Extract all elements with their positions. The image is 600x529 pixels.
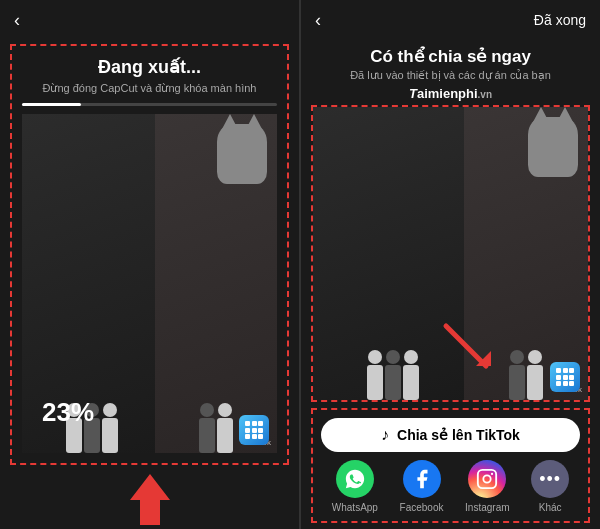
body (527, 365, 543, 400)
whatsapp-label: WhatsApp (332, 502, 378, 513)
head (218, 403, 232, 417)
more-dots: ••• (539, 469, 561, 490)
grid-dot (569, 375, 574, 380)
whatsapp-svg (344, 468, 366, 490)
grid-dot (556, 381, 561, 386)
body (217, 418, 233, 453)
done-label: Đã xong (534, 12, 586, 28)
grid-dot (258, 434, 263, 439)
person-5 (217, 403, 233, 453)
share-grid-icon-button[interactable] (550, 362, 580, 392)
right-screen: ‹ Đã xong Có thể chia sẻ ngay Đã lưu vào… (301, 0, 600, 529)
red-arrow-diagonal-container (441, 321, 496, 380)
head (386, 350, 400, 364)
svg-marker-0 (130, 474, 170, 525)
share-actions-box: ♪ Chia sẻ lên TikTok WhatsApp Face (311, 408, 590, 523)
progress-bar-fill (22, 103, 81, 106)
svg-line-2 (446, 326, 486, 366)
instagram-icon (468, 460, 506, 498)
body (385, 365, 401, 400)
cat-shape (217, 124, 267, 184)
share-grid-icon (556, 368, 574, 386)
grid-dot (563, 381, 568, 386)
watermark-t: T (409, 86, 417, 101)
facebook-svg (411, 468, 433, 490)
body (367, 365, 383, 400)
cat-ear-left (222, 114, 238, 129)
instagram-svg (476, 468, 498, 490)
body (102, 418, 118, 453)
grid-dot (563, 375, 568, 380)
person-4 (199, 403, 215, 453)
share-person-2 (385, 350, 401, 400)
svg-rect-4 (478, 470, 496, 488)
instagram-item[interactable]: Instagram (465, 460, 509, 513)
grid-dot (245, 434, 250, 439)
cat-ear-left (533, 107, 549, 122)
red-arrow-diagonal (441, 321, 496, 376)
grid-icon (245, 421, 263, 439)
grid-icon-button[interactable] (239, 415, 269, 445)
grid-dot (556, 375, 561, 380)
head (510, 350, 524, 364)
grid-dot (258, 421, 263, 426)
grid-dot (245, 428, 250, 433)
right-back-button[interactable]: ‹ (315, 10, 321, 31)
cat-ear-right (557, 107, 573, 122)
grid-dot (252, 428, 257, 433)
more-item[interactable]: ••• Khác (531, 460, 569, 513)
left-screen: ‹ Đang xuất... Đừng đóng CapCut và đừng … (0, 0, 299, 529)
cat-ear-right (246, 114, 262, 129)
tiktok-logo-icon: ♪ (381, 426, 389, 444)
head (528, 350, 542, 364)
back-button[interactable]: ‹ (14, 10, 20, 31)
tiktok-share-button[interactable]: ♪ Chia sẻ lên TikTok (321, 418, 580, 452)
left-nav: ‹ (0, 0, 299, 40)
grid-dot (556, 368, 561, 373)
watermark: Taimienphi.vn (301, 86, 600, 101)
video-inner: 23% tiktok (22, 114, 277, 453)
export-subtitle: Đừng đóng CapCut và đừng khóa màn hình (43, 82, 257, 95)
facebook-icon (403, 460, 441, 498)
body (403, 365, 419, 400)
more-icon: ••• (531, 460, 569, 498)
grid-dot (245, 421, 250, 426)
share-subtitle: Đã lưu vào thiết bị và các dự án của bạn (301, 69, 600, 82)
facebook-item[interactable]: Facebook (400, 460, 444, 513)
instagram-label: Instagram (465, 502, 509, 513)
head (368, 350, 382, 364)
grid-dot (252, 434, 257, 439)
social-row: WhatsApp Facebook Inst (321, 460, 580, 513)
watermark-vn: .vn (478, 89, 492, 100)
video-preview: 23% tiktok (22, 114, 277, 453)
share-person-1 (367, 350, 383, 400)
svg-point-6 (491, 473, 493, 475)
share-video-box: tiktok (311, 105, 590, 402)
whatsapp-item[interactable]: WhatsApp (332, 460, 378, 513)
share-person-4 (509, 350, 525, 400)
share-person-5 (527, 350, 543, 400)
grid-dot (569, 368, 574, 373)
head (200, 403, 214, 417)
export-title: Đang xuất... (98, 56, 201, 78)
head (103, 403, 117, 417)
grid-dot (252, 421, 257, 426)
body (199, 418, 215, 453)
person-3 (102, 403, 118, 453)
arrow-up-container (0, 469, 299, 529)
share-person-3 (403, 350, 419, 400)
video-frame-right (155, 114, 277, 453)
facebook-label: Facebook (400, 502, 444, 513)
red-arrow-up (125, 472, 175, 527)
grid-dot (258, 428, 263, 433)
grid-dot (569, 381, 574, 386)
progress-bar-container (22, 103, 277, 106)
people-group-right (155, 182, 277, 453)
more-label: Khác (539, 502, 562, 513)
export-box: Đang xuất... Đừng đóng CapCut và đừng kh… (10, 44, 289, 465)
svg-point-5 (484, 475, 491, 482)
body (509, 365, 525, 400)
right-nav: ‹ Đã xong (301, 0, 600, 40)
grid-dot (563, 368, 568, 373)
percent-text: 23% (42, 397, 94, 428)
